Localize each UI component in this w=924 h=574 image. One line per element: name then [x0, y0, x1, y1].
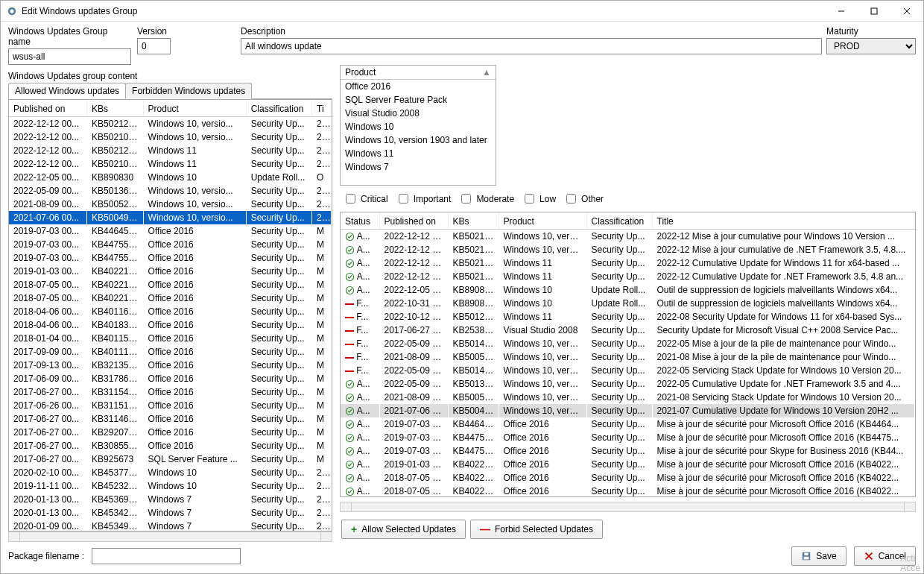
table-row[interactable]: 2022-12-12 00...KB5021234Windows 11Secur…: [9, 144, 332, 157]
filter-low[interactable]: Low: [522, 192, 556, 206]
table-row[interactable]: 2019-07-03 00...KB4464534Office 2016Secu…: [9, 224, 332, 238]
table-row[interactable]: 2019-07-03 00...KB4475514Office 2016Secu…: [9, 238, 332, 251]
table-row[interactable]: 2020-01-09 00...KB4534976Windows 7Securi…: [9, 520, 332, 532]
table-row[interactable]: F...2022-05-09 0...KB5014032Windows 10, …: [341, 337, 915, 350]
table-row[interactable]: 2018-04-06 00...KB4018319Office 2016Secu…: [9, 318, 332, 332]
filter-important[interactable]: Important: [396, 192, 452, 206]
product-item[interactable]: Windows 10, version 1903 and later: [341, 133, 496, 147]
column-header[interactable]: Status: [341, 212, 379, 230]
tab-allowed[interactable]: Allowed Windows updates: [8, 83, 126, 99]
table-row[interactable]: F...2017-06-27 0...KB2538243Visual Studi…: [341, 324, 915, 337]
maximize-icon: [870, 7, 878, 15]
table-row[interactable]: 2017-06-27 00...KB2920727Office 2016Secu…: [9, 426, 332, 439]
table-row[interactable]: A...2021-07-06 0...KB5004945Windows 10, …: [341, 404, 915, 417]
minimize-button[interactable]: [825, 1, 858, 21]
product-item[interactable]: Office 2016: [341, 80, 496, 93]
table-row[interactable]: A...2022-12-12 0...KB5021234Windows 11Se…: [341, 256, 915, 270]
version-input[interactable]: [137, 38, 171, 54]
column-header[interactable]: KBs: [87, 100, 143, 117]
table-row[interactable]: A...2019-07-03 0...KB4475545Office 2016S…: [341, 444, 915, 458]
allowed-updates-grid[interactable]: Published onKBsProductClassificationTi 2…: [8, 99, 332, 532]
table-row[interactable]: 2020-02-10 00...KB4537762Windows 10Secur…: [9, 466, 332, 479]
table-row[interactable]: F...2022-05-09 0...KB5014032Windows 10, …: [341, 364, 915, 377]
table-row[interactable]: 2021-07-06 00...KB5004945Windows 10, ver…: [9, 211, 332, 224]
table-row[interactable]: 2020-01-13 00...KB4536952Windows 7Securi…: [9, 493, 332, 506]
product-header[interactable]: Product ▲: [341, 66, 496, 80]
minus-icon: —: [480, 524, 490, 534]
table-row[interactable]: 2017-06-27 00...KB3114690Office 2016Secu…: [9, 412, 332, 426]
name-input[interactable]: [8, 48, 131, 65]
tab-forbidden[interactable]: Forbidden Windows updates: [125, 83, 252, 99]
table-row[interactable]: F...2022-10-31 0...KB890830Windows 10Upd…: [341, 297, 915, 310]
table-row[interactable]: 2019-07-03 00...KB4475545Office 2016Secu…: [9, 251, 332, 265]
table-row[interactable]: 2017-09-13 00...KB3213551Office 2016Secu…: [9, 359, 332, 372]
filter-other[interactable]: Other: [563, 192, 604, 206]
table-row[interactable]: F...2022-10-12 0...KB5012170Windows 11Se…: [341, 310, 915, 324]
table-row[interactable]: A...2019-07-03 0...KB4464534Office 2016S…: [341, 417, 915, 431]
table-row[interactable]: A...2018-07-05 0...KB4022172Office 2016S…: [341, 471, 915, 485]
table-row[interactable]: 2022-05-09 00...KB5013624Windows 10, ver…: [9, 184, 332, 198]
forbid-selected-button[interactable]: — Forbid Selected Updates: [470, 520, 603, 539]
table-row[interactable]: A...2019-01-03 0...KB4022162Office 2016S…: [341, 458, 915, 471]
action-buttons: + Allow Selected Updates — Forbid Select…: [340, 517, 916, 542]
product-item[interactable]: Windows 10: [341, 120, 496, 133]
left-horizontal-scrollbar[interactable]: [8, 532, 332, 542]
product-item[interactable]: Visual Studio 2008: [341, 107, 496, 120]
tabs: Allowed Windows updates Forbidden Window…: [8, 83, 332, 99]
svg-rect-3: [871, 8, 877, 14]
column-header[interactable]: Published on: [9, 100, 87, 117]
table-row[interactable]: A...2021-08-09 0...KB5005260Windows 10, …: [341, 391, 915, 404]
filter-moderate[interactable]: Moderate: [458, 192, 514, 206]
description-input[interactable]: [241, 38, 822, 54]
table-row[interactable]: 2018-01-04 00...KB4011574Office 2016Secu…: [9, 332, 332, 345]
table-row[interactable]: A...2022-12-12 0...KB5021090Windows 11Se…: [341, 270, 915, 283]
table-row[interactable]: 2021-08-09 00...KB5005260Windows 10, ver…: [9, 198, 332, 211]
column-header[interactable]: Published on: [379, 212, 448, 230]
table-row[interactable]: A...2022-12-12 0...KB5021233Windows 10, …: [341, 230, 915, 244]
close-button[interactable]: [890, 1, 923, 21]
table-row[interactable]: 2017-06-27 00...KB3085538Office 2016Secu…: [9, 439, 332, 452]
column-header[interactable]: Title: [652, 212, 915, 230]
left-column: Windows Updates group content Allowed Wi…: [8, 65, 332, 542]
column-header[interactable]: KBs: [448, 212, 499, 230]
filter-critical[interactable]: Critical: [343, 192, 388, 206]
table-row[interactable]: 2017-09-09 00...KB4011126Office 2016Secu…: [9, 345, 332, 359]
table-row[interactable]: A...2019-07-03 0...KB4475514Office 2016S…: [341, 431, 915, 444]
close-icon: [903, 7, 911, 15]
maximize-button[interactable]: [858, 1, 890, 21]
save-button[interactable]: Save: [791, 546, 846, 566]
product-item[interactable]: Windows 7: [341, 160, 496, 174]
table-row[interactable]: 2017-06-26 00...KB3115103Office 2016Secu…: [9, 399, 332, 412]
product-item[interactable]: SQL Server Feature Pack: [341, 93, 496, 107]
column-header[interactable]: Product: [499, 212, 586, 230]
available-updates-grid[interactable]: StatusPublished onKBsProductClassificati…: [340, 212, 916, 497]
allow-selected-button[interactable]: + Allow Selected Updates: [341, 520, 466, 539]
table-row[interactable]: A...2022-12-05 0...KB890830Windows 10Upd…: [341, 283, 915, 297]
table-row[interactable]: 2017-06-09 00...KB3178667Office 2016Secu…: [9, 372, 332, 385]
table-row[interactable]: 2017-06-27 00...KB3115419Office 2016Secu…: [9, 385, 332, 399]
product-item[interactable]: Windows 11: [341, 147, 496, 160]
table-row[interactable]: 2022-12-12 00...KB5021090Windows 11Secur…: [9, 157, 332, 171]
table-row[interactable]: 2018-04-06 00...KB4011628Office 2016Secu…: [9, 305, 332, 318]
package-filename-input[interactable]: [92, 548, 241, 564]
cancel-button[interactable]: Cancel: [854, 546, 916, 566]
table-row[interactable]: 2020-01-13 00...KB4534251Windows 7Securi…: [9, 506, 332, 520]
table-row[interactable]: 2022-12-12 00...KB5021087Windows 10, ver…: [9, 130, 332, 144]
table-row[interactable]: A...2022-12-12 0...KB5021087Windows 10, …: [341, 243, 915, 256]
table-row[interactable]: 2022-12-05 00...KB890830Windows 10Update…: [9, 171, 332, 184]
column-header[interactable]: Classification: [586, 212, 652, 230]
column-header[interactable]: Product: [143, 100, 246, 117]
table-row[interactable]: 2019-01-03 00...KB4022162Office 2016Secu…: [9, 265, 332, 278]
table-row[interactable]: A...2018-07-05 0...KB4022176Office 2016S…: [341, 485, 915, 497]
table-row[interactable]: 2017-06-27 00...KB925673SQL Server Featu…: [9, 452, 332, 466]
table-row[interactable]: A...2022-05-09 0...KB5013624Windows 10, …: [341, 377, 915, 391]
right-horizontal-scrollbar[interactable]: [340, 502, 916, 512]
table-row[interactable]: 2019-11-11 00...KB4523203Windows 10Secur…: [9, 479, 332, 493]
table-row[interactable]: 2018-07-05 00...KB4022176Office 2016Secu…: [9, 291, 332, 305]
table-row[interactable]: F...2021-08-09 0...KB5005260Windows 10, …: [341, 350, 915, 364]
column-header[interactable]: Classification: [246, 100, 311, 117]
column-header[interactable]: Ti: [312, 100, 332, 117]
maturity-select[interactable]: PROD: [826, 38, 916, 54]
table-row[interactable]: 2022-12-12 00...KB5021233Windows 10, ver…: [9, 117, 332, 131]
table-row[interactable]: 2018-07-05 00...KB4022172Office 2016Secu…: [9, 278, 332, 291]
